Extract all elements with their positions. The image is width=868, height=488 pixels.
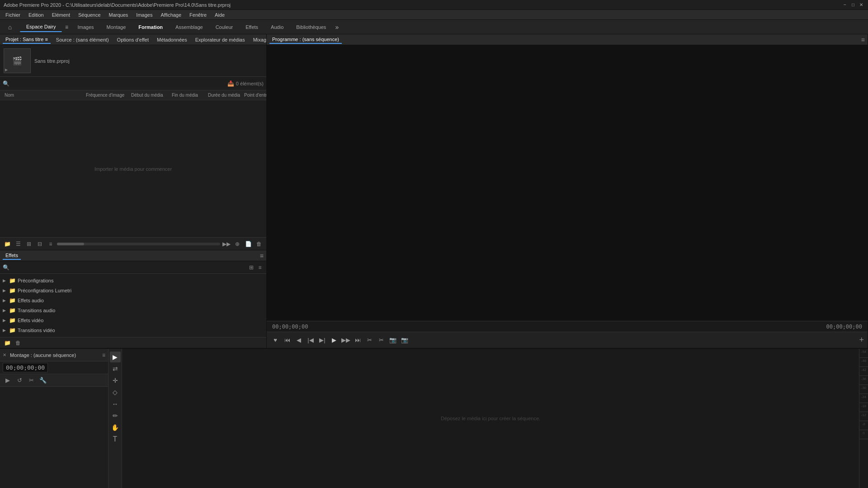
timeline-select-tool[interactable]: ▶ [3, 375, 13, 385]
mixage-panel-tab[interactable]: Mixage des p [250, 36, 266, 43]
ws-tab-images[interactable]: Images [71, 23, 100, 32]
effects-group-preconfigurations-lumetri[interactable]: ▶ 📁 Préconfigrations Lumetri [0, 286, 266, 296]
effects-search-input[interactable] [11, 265, 246, 270]
effects-filter-button-2[interactable]: ≡ [256, 264, 264, 271]
thumbnail-play-button[interactable]: ▶ [5, 68, 8, 72]
options-panel-tab[interactable]: Options d'effet [114, 36, 151, 43]
ws-tab-montage[interactable]: Montage [100, 23, 132, 32]
window-controls[interactable]: − □ ✕ [842, 2, 864, 8]
group-label: Effets vidéo [18, 318, 43, 323]
ws-tab-couleur[interactable]: Couleur [209, 23, 240, 32]
timeline-wrench-tool[interactable]: 🔧 [38, 375, 48, 385]
timeline-vertical-tools: ▶ ⇄ ✛ ◇ ↔ ✏ ✋ T [108, 349, 122, 488]
clear-button[interactable]: 🗑 [255, 239, 264, 249]
program-play-fwd-button[interactable]: ▶▶ [341, 335, 351, 345]
menu-edition[interactable]: Edition [25, 11, 47, 19]
effects-group-effets-audio[interactable]: ▶ 📁 Effets audio [0, 296, 266, 305]
timeline-close-icon[interactable]: ✕ [3, 352, 6, 357]
source-panel-tab[interactable]: Source : (sans élément) [53, 36, 112, 43]
effects-filter-button-1[interactable]: ⊞ [248, 264, 255, 271]
program-insert-button[interactable]: ✂ [364, 335, 374, 345]
program-tab-label: Programme : (sans séquence) [272, 37, 339, 42]
effects-group-transitions-video[interactable]: ▶ 📁 Transitions vidéo [0, 325, 266, 335]
program-frame-fwd-button[interactable]: ▶| [317, 335, 327, 345]
program-step-in-button[interactable]: |◀ [306, 335, 316, 345]
effects-list: ▶ 📁 Préconfigrations ▶ 📁 Préconfigration… [0, 274, 266, 337]
program-frame-back-button[interactable]: ◀ [294, 335, 304, 345]
program-export-button[interactable]: 📷 [388, 335, 398, 345]
new-item-button[interactable]: 📄 [244, 239, 253, 249]
program-export2-button[interactable]: 📷 [400, 335, 410, 345]
project-panel-tab[interactable]: Projet : Sans titre ≡ [3, 36, 51, 44]
menu-images[interactable]: Images [132, 11, 156, 19]
project-list-area: Importer le média pour commencer [0, 100, 266, 237]
minimize-button[interactable]: − [842, 2, 848, 8]
project-tab-menu-icon[interactable]: ≡ [45, 37, 47, 42]
program-step-fwd-button[interactable]: ⏭ [353, 335, 363, 345]
ws-tab-effets[interactable]: Effets [239, 23, 264, 32]
explorer-tab-label: Explorateur de médias [195, 37, 245, 42]
restore-button[interactable]: □ [850, 2, 856, 8]
col-frequence: Fréquence d'image [84, 93, 129, 98]
effects-menu-icon[interactable]: ≡ [260, 252, 264, 259]
ruler-mark-6: -6 [859, 421, 868, 430]
tool-ripple[interactable]: ⇄ [110, 363, 121, 374]
program-overwrite-button[interactable]: ✂ [376, 335, 386, 345]
list-view-button[interactable]: ☰ [14, 239, 23, 249]
menu-fichier[interactable]: Fichier [2, 11, 24, 19]
project-scrollbar[interactable] [57, 243, 220, 245]
effects-delete-button[interactable]: 🗑 [14, 338, 23, 347]
tool-move[interactable]: ✛ [110, 375, 121, 386]
program-menu-icon[interactable]: ≡ [861, 36, 865, 43]
timeline-header-row: ✕ Montage : (aucune séquence) ≡ [0, 349, 108, 361]
explorer-panel-tab[interactable]: Explorateur de médias [193, 36, 248, 43]
sort-button[interactable]: ≡ [46, 239, 55, 249]
menu-aide[interactable]: Aide [211, 11, 228, 19]
tool-pen[interactable]: ✏ [110, 410, 121, 421]
ws-tab-bibliotheques[interactable]: Bibliothèques [290, 23, 332, 32]
menu-marques[interactable]: Marques [105, 11, 132, 19]
timeline-split-tool[interactable]: ✂ [26, 375, 36, 385]
workspace-overflow-button[interactable]: » [332, 23, 341, 32]
tool-select[interactable]: ▶ [110, 352, 121, 362]
tool-hand[interactable]: ✋ [110, 422, 121, 433]
program-add-button[interactable]: + [859, 335, 864, 345]
home-button[interactable]: ⌂ [4, 21, 16, 33]
find-button[interactable]: ⊕ [233, 239, 242, 249]
mixage-tab-label: Mixage des p [253, 37, 266, 42]
project-search-input[interactable] [11, 81, 226, 86]
menu-element[interactable]: Elément [48, 11, 74, 19]
tool-slip[interactable]: ↔ [110, 399, 121, 409]
effects-new-folder-button[interactable]: 📁 [3, 338, 12, 347]
close-button[interactable]: ✕ [858, 2, 864, 8]
ruler-mark-42: -42 [859, 367, 868, 376]
program-step-back-button[interactable]: ⏮ [282, 335, 292, 345]
new-bin-button[interactable]: 📁 [3, 239, 12, 249]
program-marker-button[interactable]: ♥ [270, 335, 280, 345]
timeline-ripple-tool[interactable]: ↺ [14, 375, 24, 385]
ws-tab-assemblage[interactable]: Assemblage [169, 23, 209, 32]
menu-affichage[interactable]: Affichage [157, 11, 185, 19]
effects-panel-tab[interactable]: Effets [3, 252, 21, 260]
program-play-button[interactable]: ▶ [329, 335, 339, 345]
freeform-button[interactable]: ⊟ [35, 239, 44, 249]
element-count: 0 élément(s) [236, 81, 264, 86]
metadata-panel-tab[interactable]: Métadonnées [154, 36, 190, 43]
timeline-menu-icon[interactable]: ≡ [102, 352, 105, 358]
icon-view-button[interactable]: ⊞ [24, 239, 33, 249]
tool-razor[interactable]: ◇ [110, 387, 121, 398]
program-panel-tab[interactable]: Programme : (sans séquence) [269, 36, 342, 44]
timeline-timecode-display[interactable]: 00;00;00;00 [3, 363, 48, 372]
ws-tab-audio[interactable]: Audio [264, 23, 290, 32]
menu-sequence[interactable]: Séquence [75, 11, 104, 19]
automate-button[interactable]: ▶▶ [222, 239, 231, 249]
effects-group-effets-video[interactable]: ▶ 📁 Effets vidéo [0, 315, 266, 325]
ws-tab-espace-dairy[interactable]: Espace Dairy [20, 22, 62, 32]
import-button[interactable]: 📥 [227, 80, 234, 87]
ws-tab-menu-button[interactable]: ≡ [62, 23, 71, 32]
menu-fenetre[interactable]: Fenêtre [186, 11, 210, 19]
tool-text[interactable]: T [110, 434, 121, 445]
ws-tab-formation[interactable]: Formation [132, 23, 169, 32]
effects-group-transitions-audio[interactable]: ▶ 📁 Transitions audio [0, 305, 266, 315]
effects-group-preconfigurations[interactable]: ▶ 📁 Préconfigrations [0, 276, 266, 286]
